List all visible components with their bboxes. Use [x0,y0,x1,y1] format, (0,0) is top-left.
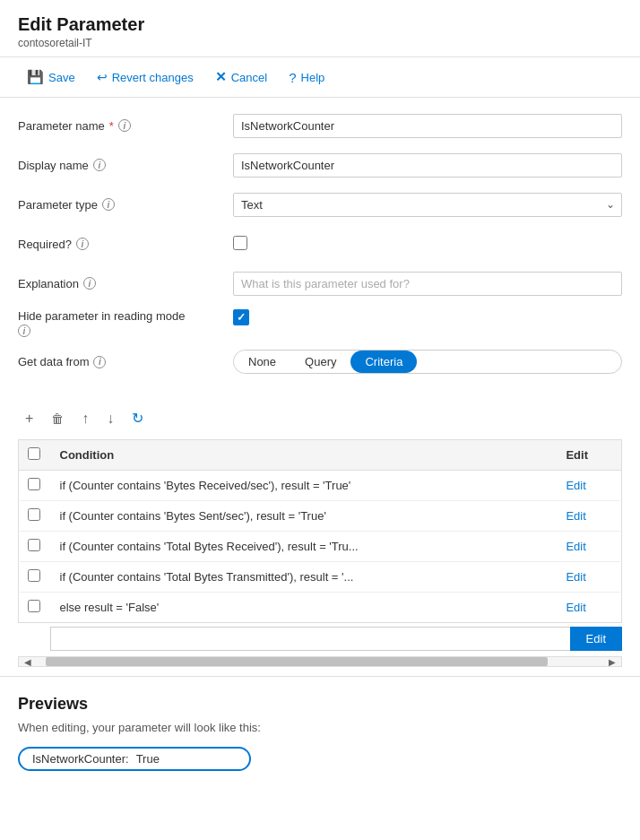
hide-param-control: ✓ [233,309,622,325]
form-area: Parameter name * i Display name i Parame… [0,98,640,406]
bottom-edit-input[interactable] [50,627,570,651]
preview-field: IsNetworkCounter: [18,747,251,771]
required-row: Required? i [18,230,622,257]
checkmark-icon: ✓ [237,311,246,324]
required-control [233,236,622,253]
table-row: if (Counter contains 'Total Bytes Transm… [19,562,622,593]
row-checkbox-cell [19,532,51,562]
row-checkbox-cell [19,501,51,532]
edit-link[interactable]: Edit [566,570,585,584]
help-label: Help [301,71,325,84]
delete-row-button[interactable]: 🗑 [48,406,67,430]
edit-column-header: Edit [557,440,621,471]
table-row: if (Counter contains 'Bytes Received/sec… [19,471,622,501]
table-row: else result = 'False' Edit [19,593,622,623]
explanation-row: Explanation i [18,270,622,297]
row-checkbox-cell [19,593,51,623]
scroll-left-arrow[interactable]: ◀ [19,657,37,666]
row-checkbox[interactable] [28,569,40,582]
parameter-type-select-wrapper: Text Number Boolean Date ⌄ [233,193,622,217]
bottom-edit-row: Edit [18,627,622,651]
parameter-name-input[interactable] [233,114,622,138]
row-checkbox-cell [19,471,51,501]
save-button[interactable]: 💾 Save [18,65,84,90]
parameter-type-select[interactable]: Text Number Boolean Date [233,193,622,217]
select-all-checkbox[interactable] [28,447,40,460]
edit-cell: Edit [557,593,621,623]
get-data-query-option[interactable]: Query [290,351,350,373]
get-data-radio-group: None Query Criteria [233,350,622,374]
parameter-type-label: Parameter type i [18,198,233,212]
edit-cell: Edit [557,471,621,501]
row-checkbox[interactable] [28,600,40,612]
explanation-input[interactable] [233,272,622,296]
revert-button[interactable]: ↩ Revert changes [88,65,203,89]
move-down-button[interactable]: ↓ [103,406,117,430]
refresh-button[interactable]: ↻ [128,406,147,430]
add-row-button[interactable]: + [22,406,37,430]
table-row: if (Counter contains 'Total Bytes Receiv… [19,532,622,562]
explanation-control [233,272,622,296]
preview-value-input[interactable] [129,752,237,766]
row-checkbox[interactable] [28,478,40,490]
edit-cell: Edit [557,562,621,593]
previews-title: Previews [18,695,622,714]
row-checkbox[interactable] [28,539,40,551]
condition-cell: if (Counter contains 'Total Bytes Receiv… [51,532,558,562]
hide-param-checkbox[interactable]: ✓ [233,309,249,325]
parameter-name-label: Parameter name * i [18,119,233,133]
edit-cell: Edit [557,532,621,562]
preview-label: IsNetworkCounter: [32,752,129,766]
row-checkbox[interactable] [28,508,40,521]
move-up-button[interactable]: ↑ [78,406,92,430]
criteria-body: if (Counter contains 'Bytes Received/sec… [19,471,622,623]
hide-param-info-icon[interactable]: i [18,325,30,337]
required-checkbox[interactable] [233,236,247,250]
parameter-name-info-icon[interactable]: i [118,119,131,132]
edit-link[interactable]: Edit [566,601,585,614]
criteria-header-row: Condition Edit [19,440,622,471]
edit-link[interactable]: Edit [566,509,585,523]
scroll-right-arrow[interactable]: ▶ [603,657,621,666]
horizontal-scrollbar[interactable]: ◀ ▶ [18,656,622,667]
get-data-none-option[interactable]: None [234,351,290,373]
scrollbar-thumb[interactable] [46,657,548,666]
condition-cell: else result = 'False' [51,593,558,623]
help-button[interactable]: ? Help [280,65,333,90]
edit-link[interactable]: Edit [566,540,585,553]
page-header: Edit Parameter contosoretail-IT [0,0,640,57]
row-checkbox-cell [19,562,51,593]
display-name-row: Display name i [18,152,622,178]
get-data-row: Get data from i None Query Criteria [18,350,622,374]
revert-label: Revert changes [112,71,194,84]
condition-cell: if (Counter contains 'Bytes Received/sec… [51,471,558,501]
previews-section: Previews When editing, your parameter wi… [0,676,640,789]
edit-cell: Edit [557,501,621,532]
page-subtitle: contosoretail-IT [18,37,622,49]
criteria-toolbar: + 🗑 ↑ ↓ ↻ [18,406,622,430]
hide-param-info: i [18,325,233,337]
parameter-type-info-icon[interactable]: i [102,198,115,211]
parameter-type-control: Text Number Boolean Date ⌄ [233,193,622,217]
display-name-control [233,153,622,178]
cancel-button[interactable]: ✕ Cancel [206,65,276,90]
get-data-label: Get data from i [18,355,233,368]
toolbar: 💾 Save ↩ Revert changes ✕ Cancel ? Help [0,57,640,98]
condition-cell: if (Counter contains 'Total Bytes Transm… [51,562,558,593]
required-info-icon[interactable]: i [76,238,89,250]
explanation-info-icon[interactable]: i [83,277,96,290]
cancel-icon: ✕ [215,69,227,85]
cancel-label: Cancel [231,71,267,84]
display-name-info-icon[interactable]: i [93,159,106,171]
display-name-label: Display name i [18,159,233,172]
hide-param-label-block: Hide parameter in reading mode i [18,309,233,337]
condition-column-header: Condition [51,440,558,471]
bottom-edit-button[interactable]: Edit [570,627,622,651]
hide-param-row: Hide parameter in reading mode i ✓ [18,309,622,337]
save-icon: 💾 [27,69,44,85]
parameter-type-row: Parameter type i Text Number Boolean Dat… [18,191,622,218]
edit-link[interactable]: Edit [566,479,585,492]
get-data-criteria-option[interactable]: Criteria [350,351,417,373]
display-name-input[interactable] [233,153,622,178]
get-data-info-icon[interactable]: i [93,356,106,368]
